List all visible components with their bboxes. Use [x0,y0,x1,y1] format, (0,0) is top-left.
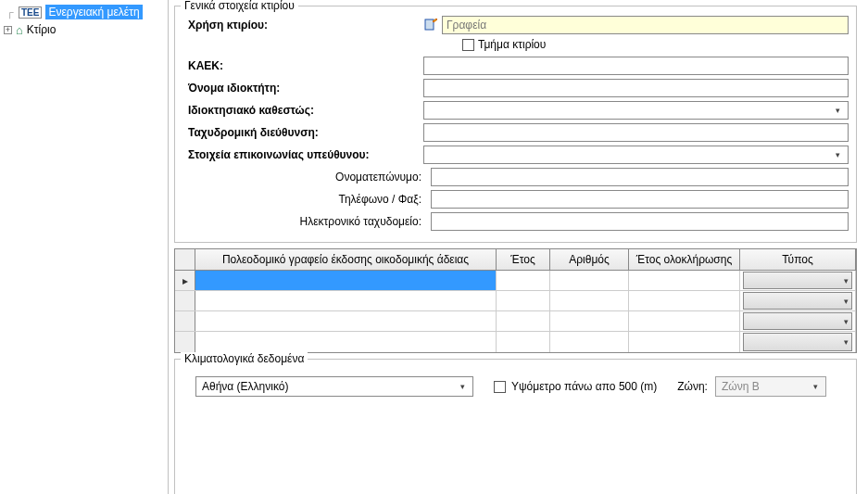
col-year-header[interactable]: Έτος [497,249,550,270]
ownership-label: Ιδιοκτησιακό καθεστώς: [182,104,423,117]
contact-label: Στοιχεία επικοινωνίας υπεύθυνου: [182,148,423,161]
altitude-checkbox[interactable] [494,381,506,393]
email-label: Ηλεκτρονικό ταχυδομείο: [182,215,431,228]
tree-panel: ┌ TEE Ενεργειακή μελέτη + ⌂ Κτίριο [0,0,169,494]
phonefax-label: Τηλέφωνο / Φαξ: [182,193,431,206]
tree-root[interactable]: ┌ TEE Ενεργειακή μελέτη [4,4,164,20]
contact-select[interactable]: ▾ [423,146,849,164]
grid-corner [175,249,195,270]
tree-root-label: Ενεργειακή μελέτη [45,5,142,19]
kaek-input[interactable] [423,57,849,75]
main-panel: Γενικά στοιχεία κτιρίου Χρήση κτιρίου: Γ… [169,0,868,494]
ownership-select[interactable]: ▾ [423,101,849,120]
cell-pol[interactable] [195,271,497,290]
email-input[interactable] [431,212,849,231]
cell-year[interactable] [497,271,550,290]
col-num-header[interactable]: Αριθμός [550,249,629,270]
grid-row[interactable]: ▸ ▾ [175,271,856,291]
tree-connector: ┌ [4,6,17,18]
fullname-label: Ονοματεπώνυμο: [182,171,431,184]
chevron-down-icon: ▾ [844,313,849,329]
cell-type[interactable]: ▾ [740,271,856,290]
address-input[interactable] [423,123,849,142]
use-label: Χρήση κτιρίου: [182,19,423,32]
tree-expand-icon[interactable]: + [4,26,12,34]
phonefax-input[interactable] [431,190,849,209]
cell-num[interactable] [550,271,629,290]
address-label: Ταχυδρομική διεύθυνση: [182,126,423,139]
city-select[interactable]: Αθήνα (Ελληνικό) ▾ [195,376,473,397]
cell-finish[interactable] [629,271,740,290]
chevron-down-icon: ▾ [844,272,849,288]
owner-label: Όνομα ιδιοκτήτη: [182,82,423,95]
general-legend: Γενικά στοιχεία κτιρίου [181,0,298,12]
grid-row[interactable]: ▾ [175,291,856,311]
chevron-down-icon: ▾ [844,293,849,309]
general-fieldset: Γενικά στοιχεία κτιρίου Χρήση κτιρίου: Γ… [174,6,857,243]
col-pol-header[interactable]: Πολεοδομικό γραφείο έκδοσης οικοδομικής … [195,249,497,270]
edit-icon[interactable] [423,18,438,32]
fullname-input[interactable] [431,168,849,186]
climate-legend: Κλιματολογικά δεδομένα [181,352,308,365]
kaek-label: ΚΑΕΚ: [182,59,423,72]
zone-select: Ζώνη Β ▾ [715,376,826,397]
chevron-down-icon: ▾ [844,334,849,350]
chevron-down-icon: ▾ [808,378,824,395]
chevron-down-icon: ▾ [455,378,471,395]
chevron-down-icon: ▾ [830,147,846,162]
tree-child-label: Κτίριο [25,22,58,37]
altitude-label: Υψόμετρο πάνω απο 500 (m) [511,380,657,393]
row-marker: ▸ [175,271,195,290]
permits-grid[interactable]: Πολεοδομικό γραφείο έκδοσης οικοδομικής … [174,248,857,353]
climate-fieldset: Κλιματολογικά δεδομένα Αθήνα (Ελληνικό) … [174,359,857,494]
col-type-header[interactable]: Τύπος [740,249,856,270]
zone-label: Ζώνη: [677,380,708,393]
tee-icon: TEE [19,6,42,19]
tree-child[interactable]: + ⌂ Κτίριο [4,21,164,38]
section-checkbox-label: Τμήμα κτιρίου [478,38,546,51]
col-finish-header[interactable]: Έτος ολοκλήρωσης [629,249,740,270]
use-input[interactable]: Γραφεία [442,16,849,34]
section-checkbox[interactable] [462,39,474,51]
grid-row[interactable]: ▾ [175,332,856,352]
chevron-down-icon: ▾ [830,103,846,118]
owner-input[interactable] [423,79,849,97]
grid-row[interactable]: ▾ [175,311,856,332]
house-icon: ⌂ [16,23,23,37]
